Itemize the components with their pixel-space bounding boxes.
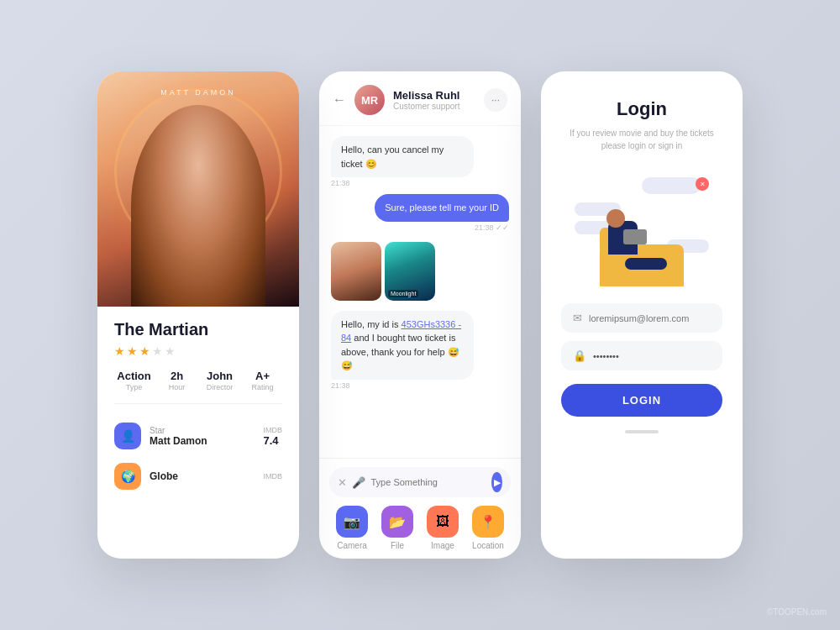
msg-time-3: 21:38 — [331, 381, 474, 390]
chat-text-input[interactable] — [370, 477, 486, 487]
email-input-group: ✉ — [561, 303, 722, 333]
meta-type: Action Type — [114, 370, 154, 391]
meta-hour: 2h Hour — [157, 370, 197, 391]
sent-bubble-1: Sure, please tell me your ID 21:38 ✓✓ — [375, 194, 509, 232]
chat-image-2: Moonlight — [385, 242, 435, 301]
chat-input-area: ✕ 🎤 ▶ 📷 Camera 📂 File 🖼 Image 📍 Location — [319, 458, 521, 559]
received-bubble-2: Hello, my id is 453GHs3336 - 84 and I bo… — [331, 311, 474, 390]
meta-rating-value: A+ — [243, 370, 282, 382]
login-button[interactable]: LOGIN — [561, 384, 722, 417]
star-detail-text: Star Matt Damon — [150, 426, 255, 447]
chat-messages: Hello, can you cancel my ticket 😊 21:38 … — [319, 126, 521, 458]
location-label: Location — [472, 541, 504, 550]
watermark: ©TOOPEN.com — [767, 607, 827, 617]
login-subtitle: If you review movie and buy the ticketsp… — [570, 127, 714, 152]
meta-type-value: Action — [114, 370, 154, 382]
movie-detail-globe: 🌍 Globe IMDB — [114, 456, 282, 496]
send-button[interactable]: ▶ — [491, 472, 502, 492]
camera-label: Camera — [337, 541, 367, 550]
close-input-button[interactable]: ✕ — [338, 473, 347, 491]
meta-hour-label: Hour — [157, 383, 197, 391]
illus-sofa — [591, 219, 692, 286]
person-legs — [625, 258, 667, 270]
imdb-detail: IMDB 7.4 — [264, 426, 283, 447]
star-detail-main: Matt Damon — [150, 435, 255, 447]
globe-detail-text: Globe — [150, 470, 255, 482]
movie-meta-grid: Action Type 2h Hour John Director A+ Rat… — [114, 370, 282, 404]
received-bubble-1: Hello, can you cancel my ticket 😊 21:38 — [331, 136, 474, 187]
password-input[interactable] — [593, 351, 711, 361]
lock-icon: 🔒 — [573, 349, 586, 362]
movie-info: The Martian ★ ★ ★ ★ ★ Action Type 2h Hou… — [97, 307, 299, 510]
msg-time-1: 21:38 — [331, 179, 474, 187]
attach-camera[interactable]: 📷 Camera — [336, 506, 368, 550]
star-4: ★ — [152, 344, 163, 358]
attach-image[interactable]: 🖼 Image — [427, 506, 459, 550]
meta-rating-label: Rating — [243, 383, 282, 391]
illus-close-icon: ✕ — [696, 177, 709, 191]
movie-detail-star: 👤 Star Matt Damon IMDB 7.4 — [114, 416, 282, 456]
globe-detail-main: Globe — [150, 470, 255, 482]
chat-image-1 — [331, 242, 381, 301]
chat-images: Moonlight — [331, 242, 509, 301]
login-illustration: ✕ — [566, 169, 717, 286]
msg-bubble-3: Hello, my id is 453GHs3336 - 84 and I bo… — [331, 311, 474, 380]
movie-title: The Martian — [114, 320, 282, 339]
star-5: ★ — [165, 344, 176, 358]
star-detail-icon: 👤 — [114, 423, 141, 449]
image-label: Moonlight — [388, 290, 418, 297]
msg-bubble-1: Hello, can you cancel my ticket 😊 — [331, 136, 474, 177]
meta-type-label: Type — [114, 383, 154, 391]
camera-icon: 📷 — [336, 506, 368, 538]
meta-director-value: John — [200, 370, 239, 382]
movie-detail-card: MATT DAMON The Martian ★ ★ ★ ★ ★ Action … — [97, 71, 299, 559]
attach-location[interactable]: 📍 Location — [472, 506, 504, 550]
star-2: ★ — [127, 344, 138, 358]
chat-menu-button[interactable]: ··· — [484, 88, 507, 112]
login-form: ✉ 🔒 LOGIN — [561, 303, 722, 417]
star-detail-sub: Star — [150, 426, 255, 435]
chat-link: 453GHs3336 - 84 — [341, 319, 461, 344]
email-icon: ✉ — [573, 312, 582, 324]
file-label: File — [391, 541, 404, 550]
chat-card: ← MR Melissa Ruhl Customer support ··· H… — [319, 71, 521, 559]
person-head — [606, 209, 625, 228]
message-received-2: Hello, my id is 453GHs3336 - 84 and I bo… — [331, 311, 509, 390]
login-title: Login — [617, 98, 667, 120]
star-rating: ★ ★ ★ ★ ★ — [114, 344, 282, 358]
imdb-label: IMDB — [264, 426, 283, 434]
chat-attachments: 📷 Camera 📂 File 🖼 Image 📍 Location — [329, 506, 511, 550]
movie-poster: MATT DAMON — [97, 71, 299, 307]
imdb-globe-detail: IMDB — [264, 472, 283, 480]
chat-avatar: MR — [354, 85, 385, 115]
actor-name: MATT DAMON — [97, 88, 299, 97]
meta-hour-value: 2h — [157, 370, 197, 382]
login-card: Login If you review movie and buy the ti… — [541, 71, 743, 559]
meta-director-label: Director — [200, 383, 239, 391]
laptop — [623, 229, 647, 244]
imdb-value: 7.4 — [264, 434, 283, 447]
chat-user-status: Customer support — [393, 102, 475, 111]
file-icon: 📂 — [381, 506, 413, 538]
password-input-group: 🔒 — [561, 341, 722, 370]
mic-button[interactable]: 🎤 — [352, 473, 365, 491]
attach-file[interactable]: 📂 File — [381, 506, 413, 550]
chat-user-name: Melissa Ruhl — [393, 89, 475, 102]
imdb-globe-label: IMDB — [264, 472, 283, 480]
back-button[interactable]: ← — [333, 92, 346, 108]
msg-bubble-2: Sure, please tell me your ID — [375, 194, 509, 222]
email-input[interactable] — [589, 313, 711, 323]
chat-user-info: Melissa Ruhl Customer support — [393, 89, 475, 111]
chat-header: ← MR Melissa Ruhl Customer support ··· — [319, 71, 521, 126]
location-icon: 📍 — [472, 506, 504, 538]
msg-time-2: 21:38 ✓✓ — [375, 223, 509, 232]
message-received-1: Hello, can you cancel my ticket 😊 21:38 — [331, 136, 509, 187]
meta-rating: A+ Rating — [243, 370, 282, 391]
star-3: ★ — [139, 344, 150, 358]
globe-detail-icon: 🌍 — [114, 463, 141, 490]
image-label-2: Image — [431, 541, 454, 550]
login-page-indicator — [625, 430, 659, 433]
poster-actor — [131, 105, 265, 307]
meta-director: John Director — [200, 370, 239, 391]
star-1: ★ — [114, 344, 125, 358]
